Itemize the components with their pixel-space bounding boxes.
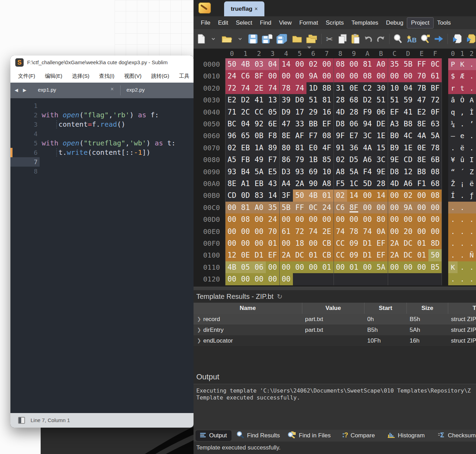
hex-byte-cell[interactable] bbox=[374, 273, 388, 285]
hex-byte-cell[interactable]: 00 bbox=[239, 226, 252, 237]
hex-byte-cell[interactable]: 4F bbox=[320, 142, 334, 154]
panel-splitter[interactable] bbox=[194, 287, 476, 290]
save-all-icon[interactable] bbox=[276, 34, 288, 44]
hex-byte-cell[interactable]: 74 bbox=[266, 82, 279, 94]
hex-byte-cell[interactable]: 51 bbox=[388, 94, 401, 106]
sublime-menu-item-2[interactable]: 选择(S) bbox=[67, 73, 94, 79]
hex-byte-cell[interactable]: 00 bbox=[252, 237, 266, 249]
hex-byte-cell[interactable]: F7 bbox=[266, 154, 279, 166]
refresh-icon[interactable]: ↻ bbox=[273, 293, 282, 300]
code-line[interactable]: 2with open("flag",'rb') as f: bbox=[10, 110, 194, 120]
ascii-char-cell[interactable]: . bbox=[448, 213, 458, 225]
hex-byte-cell[interactable]: 5A bbox=[252, 166, 266, 178]
hex-byte-cell[interactable]: 36 bbox=[347, 142, 361, 154]
ascii-char-cell[interactable] bbox=[467, 202, 476, 213]
hex-byte-cell[interactable]: 4B bbox=[225, 261, 239, 273]
hex-byte-cell[interactable]: 96 bbox=[225, 130, 239, 142]
hex-byte-cell[interactable]: D1 bbox=[252, 249, 266, 261]
hex-byte-cell[interactable]: 4B bbox=[306, 190, 320, 201]
hex-byte-cell[interactable]: F5 bbox=[334, 178, 347, 190]
ascii-char-cell[interactable]: $ bbox=[448, 70, 458, 82]
hex-byte-cell[interactable]: 00 bbox=[320, 70, 334, 82]
hex-byte-cell[interactable]: C2 bbox=[361, 82, 374, 94]
hex-byte-cell[interactable]: 00 bbox=[334, 70, 347, 82]
run-script-icon[interactable] bbox=[452, 34, 462, 44]
hex-byte-cell[interactable]: 15 bbox=[374, 142, 388, 154]
hex-byte-cell[interactable]: 1B bbox=[306, 154, 320, 166]
ascii-char-cell[interactable]: t bbox=[458, 82, 467, 94]
expand-chevron-icon[interactable]: ❯ bbox=[197, 325, 201, 335]
hex-byte-cell[interactable]: 1D bbox=[306, 82, 320, 94]
hex-byte-cell[interactable]: 00 bbox=[279, 237, 293, 249]
hex-byte-cell[interactable]: AF bbox=[293, 130, 306, 142]
hex-byte-cell[interactable]: B4 bbox=[239, 166, 252, 178]
hex-byte-cell[interactable]: 08 bbox=[428, 166, 442, 178]
column-header-size[interactable]: Size bbox=[407, 303, 448, 314]
hex-byte-cell[interactable]: E0 bbox=[306, 142, 320, 154]
hex-byte-cell[interactable]: 00 bbox=[401, 70, 415, 82]
hex-byte-cell[interactable]: C6 bbox=[334, 202, 347, 213]
hex-byte-cell[interactable]: 2A bbox=[279, 249, 293, 261]
hex-byte-cell[interactable] bbox=[334, 273, 347, 285]
hex-byte-cell[interactable]: DC bbox=[293, 249, 306, 261]
hex-byte-cell[interactable]: 5B bbox=[401, 58, 415, 70]
hex-byte-cell[interactable]: 00 bbox=[279, 70, 293, 82]
template-row-endLocator[interactable]: ❯endLocator10Fh16hstruct ZIP bbox=[194, 335, 476, 346]
tab-exp1-close-icon[interactable]: × bbox=[110, 86, 114, 92]
hex-byte-cell[interactable]: 00 bbox=[320, 58, 334, 70]
ascii-char-cell[interactable]: . bbox=[448, 226, 458, 237]
sublime-titlebar[interactable]: S F:\ctf_challenge\0xGame\week3\a cute d… bbox=[10, 56, 194, 69]
hex-byte-cell[interactable]: 12 bbox=[225, 249, 239, 261]
bottom-tab-output[interactable]: Output bbox=[196, 430, 231, 441]
sublime-menu-item-4[interactable]: 视图(V) bbox=[119, 73, 146, 79]
ascii-char-cell[interactable]: K bbox=[458, 58, 467, 70]
hex-byte-cell[interactable]: 2E bbox=[252, 82, 266, 94]
hex-byte-cell[interactable]: 4A bbox=[361, 142, 374, 154]
hex-byte-cell[interactable]: 0C bbox=[428, 58, 442, 70]
folder-icon[interactable] bbox=[292, 35, 302, 43]
save-as-icon[interactable] bbox=[262, 34, 272, 44]
hex-byte-cell[interactable]: 72 bbox=[428, 94, 442, 106]
hex-byte-cell[interactable]: F1 bbox=[415, 178, 428, 190]
hex-byte-cell[interactable]: 14 bbox=[374, 190, 388, 201]
code-line[interactable]: 8 bbox=[10, 167, 194, 176]
ascii-char-cell[interactable]: . bbox=[458, 202, 467, 213]
hex-byte-cell[interactable]: 06 bbox=[252, 261, 266, 273]
hex-byte-cell[interactable]: 85 bbox=[320, 154, 334, 166]
hex-byte-cell[interactable]: 72 bbox=[225, 82, 239, 94]
hex-byte-cell[interactable]: BF bbox=[428, 82, 442, 94]
hex-byte-cell[interactable]: 00 bbox=[347, 58, 361, 70]
menu-item-select[interactable]: Select bbox=[232, 18, 256, 28]
ascii-char-cell[interactable]: ´ bbox=[458, 166, 467, 178]
hex-byte-cell[interactable]: EF bbox=[374, 249, 388, 261]
ascii-char-cell[interactable]: . bbox=[448, 142, 458, 154]
ascii-char-cell[interactable]: ¼ bbox=[448, 118, 458, 130]
hex-byte-cell[interactable]: 02 bbox=[306, 58, 320, 70]
hex-byte-cell[interactable]: FB bbox=[239, 154, 252, 166]
hex-byte-cell[interactable]: 00 bbox=[334, 261, 347, 273]
hex-byte-cell[interactable]: 43 bbox=[266, 178, 279, 190]
hex-byte-cell[interactable]: A3 bbox=[388, 118, 401, 130]
ascii-char-cell[interactable]: Z bbox=[467, 166, 476, 178]
hex-byte-cell[interactable]: 00 bbox=[225, 213, 239, 225]
column-header-value[interactable]: Value bbox=[302, 303, 364, 314]
hex-byte-cell[interactable]: 05 bbox=[239, 261, 252, 273]
hex-byte-cell[interactable]: 8D bbox=[428, 237, 442, 249]
hex-byte-cell[interactable]: F9 bbox=[361, 106, 374, 118]
hex-byte-cell[interactable]: F7 bbox=[306, 130, 320, 142]
ascii-char-cell[interactable]: Ž bbox=[448, 178, 458, 190]
open-file-icon[interactable] bbox=[221, 34, 232, 43]
hex-byte-cell[interactable]: 50 bbox=[225, 58, 239, 70]
hex-byte-cell[interactable]: 31 bbox=[334, 82, 347, 94]
hex-byte-cell[interactable]: 50 bbox=[428, 249, 442, 261]
hex-byte-cell[interactable]: 00 bbox=[225, 202, 239, 213]
hex-byte-cell[interactable]: 78 bbox=[347, 226, 361, 237]
hex-byte-cell[interactable]: A8 bbox=[320, 178, 334, 190]
hex-byte-cell[interactable]: B0 bbox=[388, 130, 401, 142]
ascii-char-cell[interactable]: û bbox=[458, 154, 467, 166]
hex-byte-cell[interactable]: EF bbox=[374, 237, 388, 249]
hex-byte-cell[interactable]: 16 bbox=[320, 106, 334, 118]
ascii-char-cell[interactable]: Ì bbox=[467, 106, 476, 118]
hex-byte-cell[interactable]: CD bbox=[225, 190, 239, 201]
hex-byte-cell[interactable]: 00 bbox=[428, 226, 442, 237]
